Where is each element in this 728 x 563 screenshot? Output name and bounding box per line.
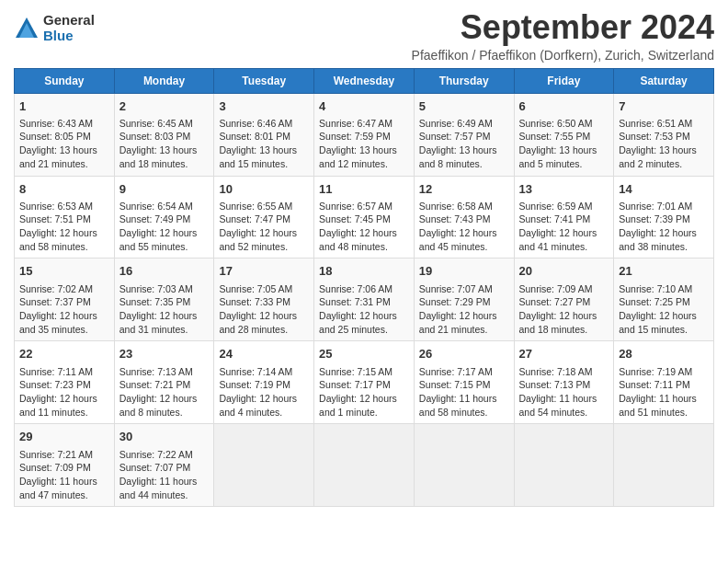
sunset-text: Sunset: 7:47 PM — [219, 213, 290, 224]
sunset-text: Sunset: 7:09 PM — [19, 462, 91, 473]
calendar-cell: 4Sunrise: 6:47 AMSunset: 7:59 PMDaylight… — [314, 93, 415, 176]
daylight-text: Daylight: 13 hours and 21 minutes. — [19, 144, 97, 169]
calendar-cell — [514, 424, 614, 507]
sunset-text: Sunset: 7:23 PM — [19, 379, 91, 390]
calendar-cell: 18Sunrise: 7:06 AMSunset: 7:31 PMDayligh… — [314, 259, 415, 341]
day-number: 17 — [219, 263, 309, 280]
day-number: 19 — [419, 263, 509, 280]
sunrise-text: Sunrise: 6:55 AM — [219, 201, 292, 212]
day-number: 24 — [219, 346, 309, 362]
calendar-week-row: 29Sunrise: 7:21 AMSunset: 7:09 PMDayligh… — [15, 424, 714, 507]
calendar-cell: 22Sunrise: 7:11 AMSunset: 7:23 PMDayligh… — [15, 341, 115, 424]
daylight-text: Daylight: 12 hours and 4 minutes. — [219, 393, 297, 418]
calendar-cell: 17Sunrise: 7:05 AMSunset: 7:33 PMDayligh… — [214, 259, 314, 341]
calendar-cell: 6Sunrise: 6:50 AMSunset: 7:55 PMDaylight… — [514, 93, 614, 176]
calendar-cell — [314, 424, 415, 507]
sunset-text: Sunset: 7:07 PM — [119, 462, 191, 473]
sunrise-text: Sunrise: 6:43 AM — [19, 118, 93, 129]
sunset-text: Sunset: 7:29 PM — [419, 296, 491, 307]
calendar-body: 1Sunrise: 6:43 AMSunset: 8:05 PMDaylight… — [15, 93, 714, 507]
sunset-text: Sunset: 7:53 PM — [619, 131, 690, 142]
day-number: 10 — [219, 181, 309, 198]
calendar-cell: 30Sunrise: 7:22 AMSunset: 7:07 PMDayligh… — [114, 424, 214, 507]
calendar-cell: 9Sunrise: 6:54 AMSunset: 7:49 PMDaylight… — [114, 176, 214, 259]
sunrise-text: Sunrise: 7:11 AM — [19, 366, 93, 377]
sunrise-text: Sunrise: 7:02 AM — [19, 283, 93, 294]
calendar-cell: 23Sunrise: 7:13 AMSunset: 7:21 PMDayligh… — [114, 341, 214, 424]
calendar-cell: 19Sunrise: 7:07 AMSunset: 7:29 PMDayligh… — [414, 259, 514, 341]
calendar-cell: 14Sunrise: 7:01 AMSunset: 7:39 PMDayligh… — [614, 176, 714, 259]
location-title: Pfaeffikon / Pfaeffikon (Dorfkern), Zuri… — [412, 48, 714, 63]
daylight-text: Daylight: 12 hours and 52 minutes. — [219, 227, 297, 252]
day-number: 30 — [119, 429, 210, 445]
day-number: 22 — [19, 346, 109, 362]
daylight-text: Daylight: 12 hours and 1 minute. — [319, 393, 397, 418]
sunrise-text: Sunrise: 7:15 AM — [319, 366, 392, 377]
daylight-text: Daylight: 11 hours and 47 minutes. — [19, 476, 97, 500]
weekday-header: Wednesday — [314, 68, 415, 93]
calendar-cell: 15Sunrise: 7:02 AMSunset: 7:37 PMDayligh… — [15, 259, 115, 341]
calendar-week-row: 22Sunrise: 7:11 AMSunset: 7:23 PMDayligh… — [15, 341, 714, 424]
calendar-cell: 16Sunrise: 7:03 AMSunset: 7:35 PMDayligh… — [114, 259, 214, 341]
weekday-header: Friday — [514, 68, 614, 93]
calendar-cell: 12Sunrise: 6:58 AMSunset: 7:43 PMDayligh… — [414, 176, 514, 259]
sunrise-text: Sunrise: 7:13 AM — [119, 366, 193, 377]
sunrise-text: Sunrise: 7:22 AM — [119, 449, 193, 460]
calendar-cell: 28Sunrise: 7:19 AMSunset: 7:11 PMDayligh… — [614, 341, 714, 424]
day-number: 28 — [619, 346, 709, 362]
calendar-cell — [614, 424, 714, 507]
sunset-text: Sunset: 7:21 PM — [119, 379, 191, 390]
daylight-text: Daylight: 12 hours and 28 minutes. — [219, 310, 297, 335]
day-number: 1 — [19, 98, 109, 115]
calendar-cell: 24Sunrise: 7:14 AMSunset: 7:19 PMDayligh… — [214, 341, 314, 424]
daylight-text: Daylight: 13 hours and 8 minutes. — [419, 144, 497, 169]
calendar-cell: 27Sunrise: 7:18 AMSunset: 7:13 PMDayligh… — [514, 341, 614, 424]
sunset-text: Sunset: 7:27 PM — [519, 296, 591, 307]
sunrise-text: Sunrise: 6:50 AM — [519, 118, 593, 129]
calendar-cell: 10Sunrise: 6:55 AMSunset: 7:47 PMDayligh… — [214, 176, 314, 259]
day-number: 13 — [519, 181, 609, 198]
day-number: 25 — [319, 346, 409, 362]
calendar-cell — [414, 424, 514, 507]
daylight-text: Daylight: 12 hours and 25 minutes. — [319, 310, 397, 335]
sunset-text: Sunset: 7:19 PM — [219, 379, 290, 390]
sunset-text: Sunset: 8:05 PM — [19, 131, 91, 142]
calendar-cell: 26Sunrise: 7:17 AMSunset: 7:15 PMDayligh… — [414, 341, 514, 424]
sunset-text: Sunset: 7:45 PM — [319, 213, 391, 224]
sunrise-text: Sunrise: 6:58 AM — [419, 201, 493, 212]
daylight-text: Daylight: 12 hours and 55 minutes. — [119, 227, 198, 252]
day-number: 8 — [19, 181, 109, 198]
day-number: 21 — [619, 263, 709, 280]
daylight-text: Daylight: 12 hours and 18 minutes. — [519, 310, 597, 335]
sunset-text: Sunset: 7:13 PM — [519, 379, 591, 390]
daylight-text: Daylight: 11 hours and 44 minutes. — [119, 476, 198, 500]
calendar-cell: 8Sunrise: 6:53 AMSunset: 7:51 PMDaylight… — [15, 176, 115, 259]
sunrise-text: Sunrise: 6:54 AM — [119, 201, 193, 212]
weekday-header: Monday — [114, 68, 214, 93]
daylight-text: Daylight: 12 hours and 31 minutes. — [119, 310, 198, 335]
sunset-text: Sunset: 7:51 PM — [19, 213, 91, 224]
sunset-text: Sunset: 7:43 PM — [419, 213, 491, 224]
day-number: 27 — [519, 346, 609, 362]
day-number: 6 — [519, 98, 609, 115]
calendar-cell: 25Sunrise: 7:15 AMSunset: 7:17 PMDayligh… — [314, 341, 415, 424]
calendar-cell: 2Sunrise: 6:45 AMSunset: 8:03 PMDaylight… — [114, 93, 214, 176]
day-number: 4 — [319, 98, 409, 115]
daylight-text: Daylight: 12 hours and 8 minutes. — [119, 393, 198, 418]
sunset-text: Sunset: 7:59 PM — [319, 131, 391, 142]
sunrise-text: Sunrise: 6:57 AM — [319, 201, 392, 212]
day-number: 7 — [619, 98, 709, 115]
day-number: 9 — [119, 181, 210, 198]
day-number: 12 — [419, 181, 509, 198]
daylight-text: Daylight: 11 hours and 58 minutes. — [419, 393, 497, 418]
daylight-text: Daylight: 12 hours and 21 minutes. — [419, 310, 497, 335]
sunset-text: Sunset: 7:49 PM — [119, 213, 191, 224]
daylight-text: Daylight: 13 hours and 2 minutes. — [619, 144, 697, 169]
calendar-week-row: 15Sunrise: 7:02 AMSunset: 7:37 PMDayligh… — [15, 259, 714, 341]
title-block: September 2024 Pfaeffikon / Pfaeffikon (… — [412, 9, 714, 63]
calendar-cell: 7Sunrise: 6:51 AMSunset: 7:53 PMDaylight… — [614, 93, 714, 176]
day-number: 15 — [19, 263, 109, 280]
daylight-text: Daylight: 12 hours and 15 minutes. — [619, 310, 697, 335]
daylight-text: Daylight: 12 hours and 11 minutes. — [19, 393, 97, 418]
sunset-text: Sunset: 7:41 PM — [519, 213, 591, 224]
